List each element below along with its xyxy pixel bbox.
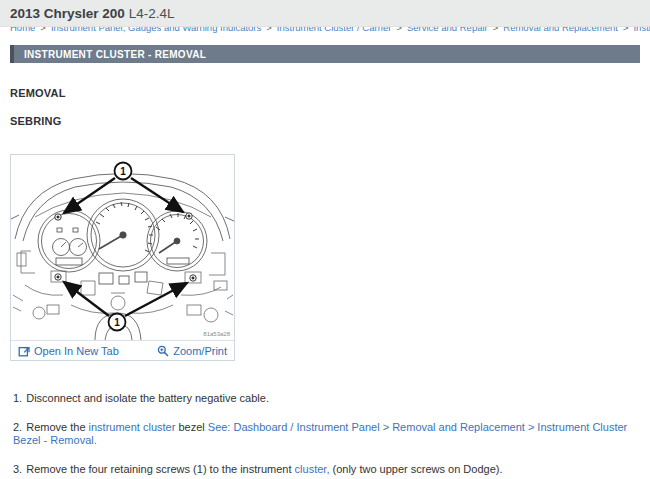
svg-text:1: 1 bbox=[120, 166, 126, 177]
breadcrumb: Home>Instrument Panel, Gauges and Warnin… bbox=[0, 27, 650, 36]
breadcrumb-item[interactable]: Instrument Cluster - Removal bbox=[633, 27, 650, 33]
breadcrumb-item[interactable]: Service and Repair bbox=[407, 27, 488, 33]
figure-panel: 1 1 81a53a28 Open In New Tab bbox=[10, 154, 235, 361]
breadcrumb-separator: > bbox=[623, 27, 629, 33]
open-in-new-icon bbox=[18, 345, 30, 357]
zoom-print-label: Zoom/Print bbox=[173, 345, 227, 357]
zoom-print-link[interactable]: Zoom/Print bbox=[157, 345, 227, 357]
procedure-step: 2.Remove the instrument cluster bezel Se… bbox=[13, 421, 650, 447]
step-text: bezel bbox=[175, 421, 207, 433]
step-number: 3. bbox=[13, 463, 22, 475]
step-inline-link[interactable]: cluster, bbox=[295, 463, 330, 475]
retaining-screws bbox=[51, 213, 201, 283]
heading-removal: REMOVAL bbox=[10, 87, 640, 99]
callout-1-bottom: 1 bbox=[109, 314, 126, 331]
step-text: Remove the four retaining screws (1) to … bbox=[26, 463, 294, 475]
open-in-new-tab-label: Open In New Tab bbox=[34, 345, 119, 357]
vehicle-title: 2013 Chrysler 200 bbox=[10, 6, 125, 21]
vehicle-engine: L4-2.4L bbox=[129, 6, 175, 21]
breadcrumb-item[interactable]: Home bbox=[10, 27, 35, 33]
step-text: Remove the bbox=[26, 421, 88, 433]
instrument-cluster-diagram[interactable]: 1 1 81a53a28 bbox=[11, 155, 234, 340]
callout-1-top: 1 bbox=[115, 163, 132, 180]
step-inline-link[interactable]: instrument cluster bbox=[89, 421, 176, 433]
step-text: Disconnect and isolate the battery negat… bbox=[26, 392, 269, 404]
procedure-steps: 1.Disconnect and isolate the battery neg… bbox=[13, 392, 650, 476]
step-text: (only two upper screws on Dodge). bbox=[329, 463, 502, 475]
step-number: 1. bbox=[13, 392, 22, 404]
heading-sebring: SEBRING bbox=[10, 115, 640, 127]
breadcrumb-item[interactable]: Instrument Cluster / Carrier bbox=[277, 27, 392, 33]
breadcrumb-separator: > bbox=[266, 27, 272, 33]
figure-toolbar: Open In New Tab Zoom/Print bbox=[11, 340, 234, 360]
breadcrumb-separator: > bbox=[396, 27, 402, 33]
step-number: 2. bbox=[13, 421, 22, 433]
breadcrumb-separator: > bbox=[493, 27, 499, 33]
breadcrumb-separator: > bbox=[40, 27, 46, 33]
section-header-bar: INSTRUMENT CLUSTER - REMOVAL bbox=[10, 45, 640, 63]
svg-text:1: 1 bbox=[114, 317, 120, 328]
magnifier-icon bbox=[157, 345, 169, 357]
breadcrumb-item[interactable]: Removal and Replacement bbox=[503, 27, 618, 33]
section-header-label: INSTRUMENT CLUSTER - REMOVAL bbox=[14, 49, 206, 60]
open-in-new-tab-link[interactable]: Open In New Tab bbox=[18, 345, 119, 357]
figure-code: 81a53a28 bbox=[203, 331, 230, 337]
breadcrumb-items: Home>Instrument Panel, Gauges and Warnin… bbox=[10, 27, 650, 35]
vehicle-title-bar: 2013 Chrysler 200 L4-2.4L bbox=[0, 0, 650, 27]
procedure-step: 1.Disconnect and isolate the battery neg… bbox=[13, 392, 650, 405]
procedure-step: 3.Remove the four retaining screws (1) t… bbox=[13, 463, 650, 476]
cluster-line-art: 1 1 81a53a28 bbox=[11, 155, 234, 340]
breadcrumb-item[interactable]: Instrument Panel, Gauges and Warning Ind… bbox=[51, 27, 261, 33]
